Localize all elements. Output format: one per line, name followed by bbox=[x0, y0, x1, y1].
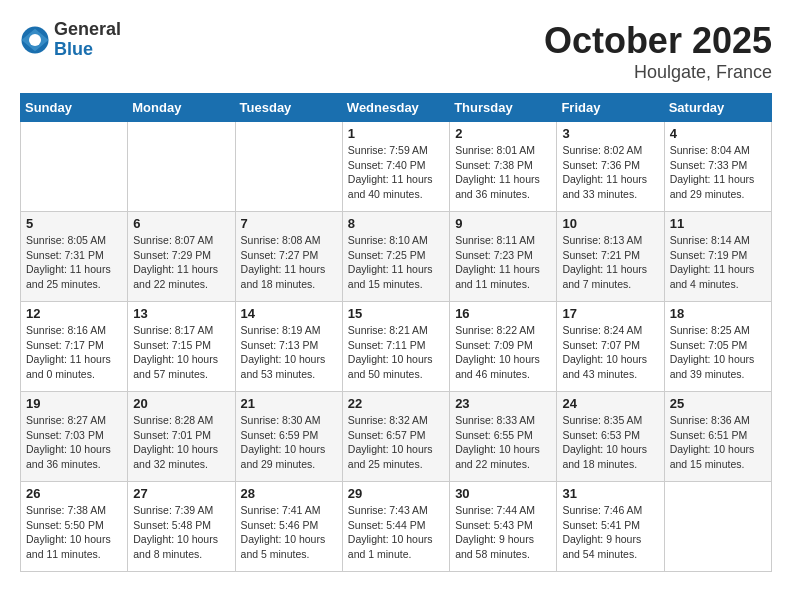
calendar-cell: 30Sunrise: 7:44 AMSunset: 5:43 PMDayligh… bbox=[450, 482, 557, 572]
calendar-cell: 24Sunrise: 8:35 AMSunset: 6:53 PMDayligh… bbox=[557, 392, 664, 482]
day-info: Sunrise: 8:08 AMSunset: 7:27 PMDaylight:… bbox=[241, 233, 337, 292]
title-block: October 2025 Houlgate, France bbox=[544, 20, 772, 83]
calendar-cell: 17Sunrise: 8:24 AMSunset: 7:07 PMDayligh… bbox=[557, 302, 664, 392]
page-header: General Blue October 2025 Houlgate, Fran… bbox=[20, 20, 772, 83]
day-info: Sunrise: 8:30 AMSunset: 6:59 PMDaylight:… bbox=[241, 413, 337, 472]
day-info: Sunrise: 8:04 AMSunset: 7:33 PMDaylight:… bbox=[670, 143, 766, 202]
calendar-cell: 10Sunrise: 8:13 AMSunset: 7:21 PMDayligh… bbox=[557, 212, 664, 302]
logo-icon bbox=[20, 25, 50, 55]
day-info: Sunrise: 8:05 AMSunset: 7:31 PMDaylight:… bbox=[26, 233, 122, 292]
calendar-cell: 23Sunrise: 8:33 AMSunset: 6:55 PMDayligh… bbox=[450, 392, 557, 482]
day-number: 28 bbox=[241, 486, 337, 501]
day-number: 3 bbox=[562, 126, 658, 141]
day-number: 13 bbox=[133, 306, 229, 321]
svg-point-2 bbox=[29, 34, 41, 46]
day-info: Sunrise: 8:28 AMSunset: 7:01 PMDaylight:… bbox=[133, 413, 229, 472]
calendar-cell: 31Sunrise: 7:46 AMSunset: 5:41 PMDayligh… bbox=[557, 482, 664, 572]
calendar-cell: 22Sunrise: 8:32 AMSunset: 6:57 PMDayligh… bbox=[342, 392, 449, 482]
day-info: Sunrise: 8:36 AMSunset: 6:51 PMDaylight:… bbox=[670, 413, 766, 472]
logo-text: General Blue bbox=[54, 20, 121, 60]
calendar-week-4: 19Sunrise: 8:27 AMSunset: 7:03 PMDayligh… bbox=[21, 392, 772, 482]
day-info: Sunrise: 8:07 AMSunset: 7:29 PMDaylight:… bbox=[133, 233, 229, 292]
day-number: 14 bbox=[241, 306, 337, 321]
calendar-week-3: 12Sunrise: 8:16 AMSunset: 7:17 PMDayligh… bbox=[21, 302, 772, 392]
calendar-header-monday: Monday bbox=[128, 94, 235, 122]
calendar-cell: 6Sunrise: 8:07 AMSunset: 7:29 PMDaylight… bbox=[128, 212, 235, 302]
calendar-cell: 1Sunrise: 7:59 AMSunset: 7:40 PMDaylight… bbox=[342, 122, 449, 212]
calendar-cell: 11Sunrise: 8:14 AMSunset: 7:19 PMDayligh… bbox=[664, 212, 771, 302]
day-number: 22 bbox=[348, 396, 444, 411]
day-info: Sunrise: 8:13 AMSunset: 7:21 PMDaylight:… bbox=[562, 233, 658, 292]
calendar-cell: 4Sunrise: 8:04 AMSunset: 7:33 PMDaylight… bbox=[664, 122, 771, 212]
day-info: Sunrise: 8:16 AMSunset: 7:17 PMDaylight:… bbox=[26, 323, 122, 382]
calendar-cell: 15Sunrise: 8:21 AMSunset: 7:11 PMDayligh… bbox=[342, 302, 449, 392]
day-number: 8 bbox=[348, 216, 444, 231]
day-number: 12 bbox=[26, 306, 122, 321]
day-info: Sunrise: 8:19 AMSunset: 7:13 PMDaylight:… bbox=[241, 323, 337, 382]
day-info: Sunrise: 7:59 AMSunset: 7:40 PMDaylight:… bbox=[348, 143, 444, 202]
day-number: 27 bbox=[133, 486, 229, 501]
day-info: Sunrise: 7:38 AMSunset: 5:50 PMDaylight:… bbox=[26, 503, 122, 562]
day-number: 23 bbox=[455, 396, 551, 411]
calendar-cell: 12Sunrise: 8:16 AMSunset: 7:17 PMDayligh… bbox=[21, 302, 128, 392]
day-number: 16 bbox=[455, 306, 551, 321]
day-info: Sunrise: 8:35 AMSunset: 6:53 PMDaylight:… bbox=[562, 413, 658, 472]
calendar-header-saturday: Saturday bbox=[664, 94, 771, 122]
day-info: Sunrise: 8:21 AMSunset: 7:11 PMDaylight:… bbox=[348, 323, 444, 382]
day-info: Sunrise: 7:41 AMSunset: 5:46 PMDaylight:… bbox=[241, 503, 337, 562]
day-number: 19 bbox=[26, 396, 122, 411]
day-info: Sunrise: 7:44 AMSunset: 5:43 PMDaylight:… bbox=[455, 503, 551, 562]
day-number: 5 bbox=[26, 216, 122, 231]
day-info: Sunrise: 8:11 AMSunset: 7:23 PMDaylight:… bbox=[455, 233, 551, 292]
day-info: Sunrise: 8:32 AMSunset: 6:57 PMDaylight:… bbox=[348, 413, 444, 472]
calendar-cell: 25Sunrise: 8:36 AMSunset: 6:51 PMDayligh… bbox=[664, 392, 771, 482]
day-number: 20 bbox=[133, 396, 229, 411]
day-number: 18 bbox=[670, 306, 766, 321]
day-info: Sunrise: 8:14 AMSunset: 7:19 PMDaylight:… bbox=[670, 233, 766, 292]
calendar-week-1: 1Sunrise: 7:59 AMSunset: 7:40 PMDaylight… bbox=[21, 122, 772, 212]
day-info: Sunrise: 8:02 AMSunset: 7:36 PMDaylight:… bbox=[562, 143, 658, 202]
day-info: Sunrise: 7:46 AMSunset: 5:41 PMDaylight:… bbox=[562, 503, 658, 562]
calendar-cell: 2Sunrise: 8:01 AMSunset: 7:38 PMDaylight… bbox=[450, 122, 557, 212]
calendar-cell: 13Sunrise: 8:17 AMSunset: 7:15 PMDayligh… bbox=[128, 302, 235, 392]
day-number: 1 bbox=[348, 126, 444, 141]
calendar-header-thursday: Thursday bbox=[450, 94, 557, 122]
day-number: 17 bbox=[562, 306, 658, 321]
day-number: 29 bbox=[348, 486, 444, 501]
calendar-header-row: SundayMondayTuesdayWednesdayThursdayFrid… bbox=[21, 94, 772, 122]
calendar-cell: 28Sunrise: 7:41 AMSunset: 5:46 PMDayligh… bbox=[235, 482, 342, 572]
calendar-cell: 19Sunrise: 8:27 AMSunset: 7:03 PMDayligh… bbox=[21, 392, 128, 482]
calendar-cell: 27Sunrise: 7:39 AMSunset: 5:48 PMDayligh… bbox=[128, 482, 235, 572]
day-number: 4 bbox=[670, 126, 766, 141]
calendar-cell bbox=[21, 122, 128, 212]
calendar-header-tuesday: Tuesday bbox=[235, 94, 342, 122]
day-info: Sunrise: 8:27 AMSunset: 7:03 PMDaylight:… bbox=[26, 413, 122, 472]
calendar-cell: 16Sunrise: 8:22 AMSunset: 7:09 PMDayligh… bbox=[450, 302, 557, 392]
calendar-cell: 18Sunrise: 8:25 AMSunset: 7:05 PMDayligh… bbox=[664, 302, 771, 392]
calendar-cell bbox=[235, 122, 342, 212]
page-title: October 2025 bbox=[544, 20, 772, 62]
logo-general: General bbox=[54, 20, 121, 40]
day-number: 2 bbox=[455, 126, 551, 141]
day-info: Sunrise: 7:39 AMSunset: 5:48 PMDaylight:… bbox=[133, 503, 229, 562]
page-subtitle: Houlgate, France bbox=[544, 62, 772, 83]
day-number: 21 bbox=[241, 396, 337, 411]
calendar-header-sunday: Sunday bbox=[21, 94, 128, 122]
day-number: 24 bbox=[562, 396, 658, 411]
day-info: Sunrise: 8:01 AMSunset: 7:38 PMDaylight:… bbox=[455, 143, 551, 202]
day-info: Sunrise: 7:43 AMSunset: 5:44 PMDaylight:… bbox=[348, 503, 444, 562]
day-info: Sunrise: 8:17 AMSunset: 7:15 PMDaylight:… bbox=[133, 323, 229, 382]
day-info: Sunrise: 8:10 AMSunset: 7:25 PMDaylight:… bbox=[348, 233, 444, 292]
day-info: Sunrise: 8:33 AMSunset: 6:55 PMDaylight:… bbox=[455, 413, 551, 472]
day-number: 7 bbox=[241, 216, 337, 231]
day-info: Sunrise: 8:24 AMSunset: 7:07 PMDaylight:… bbox=[562, 323, 658, 382]
calendar-cell: 14Sunrise: 8:19 AMSunset: 7:13 PMDayligh… bbox=[235, 302, 342, 392]
calendar-cell: 5Sunrise: 8:05 AMSunset: 7:31 PMDaylight… bbox=[21, 212, 128, 302]
calendar-table: SundayMondayTuesdayWednesdayThursdayFrid… bbox=[20, 93, 772, 572]
calendar-cell: 20Sunrise: 8:28 AMSunset: 7:01 PMDayligh… bbox=[128, 392, 235, 482]
day-info: Sunrise: 8:22 AMSunset: 7:09 PMDaylight:… bbox=[455, 323, 551, 382]
calendar-cell: 9Sunrise: 8:11 AMSunset: 7:23 PMDaylight… bbox=[450, 212, 557, 302]
calendar-week-5: 26Sunrise: 7:38 AMSunset: 5:50 PMDayligh… bbox=[21, 482, 772, 572]
calendar-cell: 29Sunrise: 7:43 AMSunset: 5:44 PMDayligh… bbox=[342, 482, 449, 572]
calendar-week-2: 5Sunrise: 8:05 AMSunset: 7:31 PMDaylight… bbox=[21, 212, 772, 302]
